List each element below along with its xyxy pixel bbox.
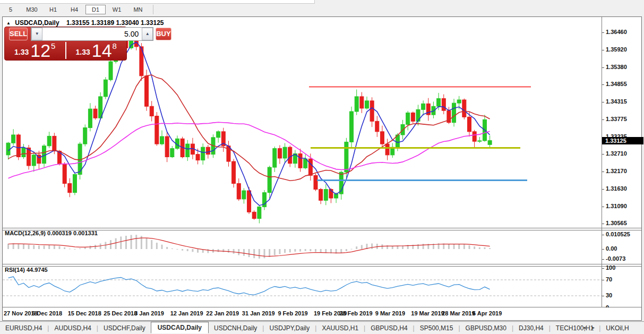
candle-body <box>53 136 56 151</box>
chart-tab-gbpusd[interactable]: GBPUSD,M30 <box>460 323 512 333</box>
candle-body <box>93 109 97 118</box>
collapse-icon[interactable]: ▲ <box>6 21 11 25</box>
candle-body <box>380 132 384 144</box>
candle-body <box>252 212 256 218</box>
candle-body <box>232 161 236 184</box>
candle-body <box>170 149 174 157</box>
sell-price-small: 1.33 <box>14 48 29 56</box>
chart-tab-usdcad[interactable]: USDCAD,Daily <box>151 322 209 333</box>
macd-axis-label: 0.010525 <box>606 231 630 237</box>
macd-histogram-bar <box>222 249 224 252</box>
timeframe-button-d1[interactable]: D1 <box>85 5 106 14</box>
chart-tab-xauusd[interactable]: XAUUSD,H1 <box>316 323 364 333</box>
timeframe-button-h4[interactable]: H4 <box>64 5 84 14</box>
candle-body <box>201 147 205 160</box>
macd-histogram-bar <box>253 249 255 258</box>
chart-tab-sp500[interactable]: SP500,M15 <box>415 323 459 333</box>
buy-price-tile[interactable]: 1.33 14 8 <box>66 41 127 60</box>
candle-body <box>314 175 317 189</box>
docked-toolbar-edge <box>0 0 315 4</box>
macd-histogram-bar <box>120 236 122 249</box>
buy-button[interactable]: BUY <box>156 28 171 40</box>
macd-histogram-bar <box>135 235 137 249</box>
candle-body <box>365 101 369 108</box>
candle-body <box>73 174 76 192</box>
date-axis-label: 6 Apr 2019 <box>473 310 502 316</box>
candle-body <box>16 135 20 157</box>
candle-body <box>468 117 471 131</box>
timeframe-button-mn[interactable]: MN <box>128 5 148 14</box>
price-axis-label: 1.30565 <box>606 220 627 226</box>
macd-histogram-bar <box>7 244 9 249</box>
trade-panel-prices: 1.33 12 5 1.33 14 8 <box>5 41 126 60</box>
chart-tab-usdchf[interactable]: USDCHF,Daily <box>98 323 151 333</box>
candle-body <box>88 109 92 127</box>
candle-body <box>68 184 72 193</box>
macd-histogram-bar <box>146 238 148 249</box>
chart-tab-dj30[interactable]: DJ30,H4 <box>513 323 549 333</box>
timeframe-buttons: 5M30H1H4D1W1MN <box>0 4 153 15</box>
timeframe-toolbar: 5M30H1H4D1W1MN <box>0 0 644 16</box>
macd-histogram-bar <box>28 245 30 249</box>
macd-histogram-bar <box>218 249 219 252</box>
macd-histogram-bar <box>74 249 75 250</box>
buy-price-big: 14 <box>92 43 112 58</box>
date-axis: 27 Nov 20186 Dec 201815 Dec 201825 Dec 2… <box>3 307 641 320</box>
tabs-scroll-right-icon[interactable]: ▸ <box>590 324 596 330</box>
candle-body <box>32 155 36 166</box>
chart-tab-usdjpy[interactable]: USDJPY,Daily <box>264 323 315 333</box>
timeframe-button-w1[interactable]: W1 <box>107 5 127 14</box>
macd-histogram-bar <box>238 249 239 255</box>
macd-histogram-bar <box>397 246 398 249</box>
date-axis-label: 22 Jan 2019 <box>206 310 239 316</box>
timeframe-button-m30[interactable]: M30 <box>22 5 42 14</box>
macd-histogram-bar <box>340 249 342 253</box>
chart-tab-usdcnh[interactable]: USDCNH,Daily <box>209 323 262 333</box>
macd-histogram-bar <box>100 244 101 249</box>
chart-tab-eurusd[interactable]: EURUSD,H4 <box>0 323 47 333</box>
volume-input[interactable] <box>42 28 142 40</box>
candle-body <box>6 143 10 155</box>
candle-body <box>406 113 410 124</box>
date-axis-label: 9 Mar 2019 <box>375 310 405 316</box>
price-axis-label: 1.34315 <box>606 98 627 105</box>
candle-body <box>360 97 364 108</box>
chart-tab-ukoil[interactable]: UKOil,H <box>600 323 634 333</box>
candle-body <box>104 80 107 97</box>
chart-tab-bar: EURUSD,H4|AUDUSD,H4|USDCHF,DailyUSDCAD,D… <box>0 321 644 334</box>
macd-histogram-bar <box>289 249 291 252</box>
sell-price-tile[interactable]: 1.33 12 5 <box>5 41 65 60</box>
macd-histogram-bar <box>479 247 480 249</box>
macd-histogram-bar <box>182 249 183 251</box>
candle-body <box>452 103 456 123</box>
macd-histogram-bar <box>484 247 485 249</box>
timeframe-button-5[interactable]: 5 <box>1 5 21 14</box>
date-axis-label: 31 Jan 2019 <box>242 310 275 316</box>
volume-increase-button[interactable]: ▲ <box>142 28 153 40</box>
chart-tab-audusd[interactable]: AUDUSD,H4 <box>49 323 96 333</box>
macd-histogram-bar <box>156 243 158 249</box>
candle-body <box>268 167 271 193</box>
macd-histogram-bar <box>84 247 86 249</box>
tabs-scroll-left-icon[interactable]: ◂ <box>581 324 587 330</box>
sell-button[interactable]: SELL <box>9 28 28 40</box>
chart-window[interactable]: 1.364601.359201.353801.348551.343151.337… <box>2 16 642 321</box>
candle-body <box>283 147 287 158</box>
macd-histogram-bar <box>207 249 209 253</box>
macd-histogram-bar <box>310 249 311 251</box>
price-axis-label: 1.34855 <box>606 81 627 87</box>
macd-histogram-bar <box>18 244 19 249</box>
chart-tab-gbpusd[interactable]: GBPUSD,H4 <box>365 323 413 333</box>
candle-body <box>298 153 302 168</box>
macd-axis-label: -0.0073 <box>606 255 625 262</box>
volume-decrease-button[interactable]: ▼ <box>31 28 42 40</box>
macd-histogram-bar <box>171 249 173 249</box>
candle-body <box>109 62 113 80</box>
macd-histogram-bar <box>38 246 40 249</box>
rsi-plot[interactable] <box>3 266 602 307</box>
candle-body <box>150 106 153 116</box>
macd-histogram-bar <box>243 249 245 256</box>
timeframe-button-h1[interactable]: H1 <box>43 5 63 14</box>
candle-body <box>12 135 15 143</box>
macd-histogram-bar <box>197 249 199 253</box>
